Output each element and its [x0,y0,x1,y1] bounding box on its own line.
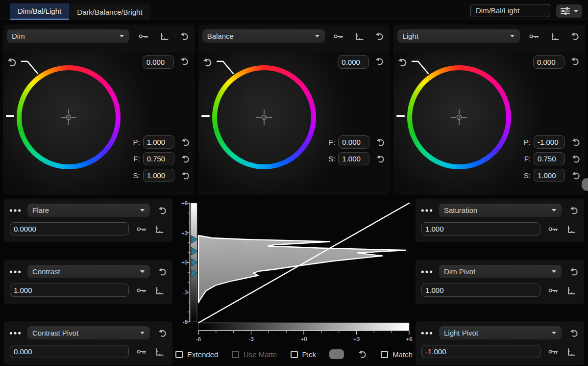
tab-dim-bal-light[interactable]: Dim/Bal/Light [10,3,69,20]
undo-icon[interactable] [181,171,191,181]
contrast-pivot-value-field[interactable]: 0.000 [10,345,129,358]
undo-icon[interactable] [158,267,168,277]
undo-icon[interactable] [358,349,368,359]
settings-dropdown-button[interactable] [556,4,582,18]
tab-dark-balance-bright[interactable]: Dark/Balance/Bright [69,3,150,20]
crosshair-icon[interactable] [450,108,468,126]
param-field[interactable]: 1.000 [338,152,369,165]
plot-footer: Extended Use Matte Pick Match [175,349,413,359]
curve-icon[interactable] [154,286,164,295]
dim-pivot-selector[interactable]: Dim Pivot [439,265,562,278]
key-icon[interactable] [334,31,343,41]
wheel-left-marker [396,115,405,117]
undo-icon[interactable] [569,267,579,277]
checkbox-match[interactable]: Match [381,350,413,359]
wheel-light-rotate-field[interactable]: 0.000 [533,55,564,69]
param-field[interactable]: 0.750 [534,152,565,165]
checkbox-box[interactable] [381,351,388,358]
dots-icon[interactable] [9,331,22,336]
curve-icon[interactable] [566,224,576,234]
dots-icon[interactable] [9,269,22,274]
key-icon[interactable] [548,347,558,357]
undo-icon[interactable] [158,206,168,215]
dots-icon[interactable] [9,208,22,213]
checkbox-extended[interactable]: Extended [175,350,218,359]
undo-icon[interactable] [7,57,18,68]
key-icon[interactable] [548,224,558,234]
wheel-balance-area[interactable]: 0.000 F: 0.000 S: 1.000 [198,52,390,195]
wheel-balance-rotate-field[interactable]: 0.000 [338,55,369,69]
crosshair-icon[interactable] [255,108,273,126]
flare-value-field[interactable]: 0.0000 [10,222,129,235]
key-icon[interactable] [137,286,147,295]
dots-icon[interactable] [420,331,433,336]
checkbox-box[interactable] [291,351,298,358]
param-field[interactable]: 1.000 [143,169,174,182]
wheel-dim-area[interactable]: 0.000 P: 1.000 F: 0.750 S: 1. [3,52,195,195]
scrollbar-thumb[interactable] [582,178,588,191]
tone-curve-plot[interactable]: +6 +3 +0 -3 -6 [174,199,414,346]
key-icon[interactable] [139,31,148,41]
checkbox-box[interactable] [175,351,183,358]
undo-icon[interactable] [181,154,191,164]
group-flare: Flare 0.0000 [4,199,172,242]
undo-icon[interactable] [569,206,579,215]
param-field[interactable]: 0.000 [338,135,369,149]
preset-select[interactable]: Dim/Bal/Light [470,4,550,17]
key-icon[interactable] [137,347,147,357]
undo-icon[interactable] [181,137,191,147]
param-field[interactable]: 1.000 [143,135,174,149]
undo-icon[interactable] [397,57,408,68]
key-icon[interactable] [548,286,558,295]
curve-icon[interactable] [550,31,560,41]
chevron-down-icon [140,331,145,335]
curve-icon[interactable] [159,31,169,41]
curve-icon[interactable] [354,31,364,41]
undo-icon[interactable] [376,137,386,147]
param-field[interactable]: 0.750 [143,152,174,165]
y-tick-label: -3 [183,289,188,295]
contrast-selector[interactable]: Contrast [27,265,150,278]
curve-icon[interactable] [154,224,164,234]
flare-selector[interactable]: Flare [27,204,150,217]
undo-icon[interactable] [376,154,386,164]
wheel-panel-light: Light 0.000 [393,25,585,195]
undo-icon[interactable] [375,31,385,41]
pick-color-swatch[interactable] [329,349,344,359]
saturation-value-field[interactable]: 1.000 [421,222,540,235]
contrast-value-field[interactable]: 1.000 [10,284,129,297]
curve-icon[interactable] [154,347,164,357]
key-icon[interactable] [529,31,539,41]
key-icon[interactable] [137,224,147,234]
undo-icon[interactable] [570,31,580,41]
dim-pivot-value-field[interactable]: 1.000 [421,284,540,297]
wheel-balance-selector[interactable]: Balance [202,29,325,43]
group-saturation: Saturation 1.000 [416,199,584,242]
light-pivot-selector[interactable]: Light Pivot [439,326,562,340]
contrast-pivot-selector[interactable]: Contrast Pivot [27,326,150,340]
undo-icon[interactable] [569,328,579,338]
curve-icon[interactable] [566,347,576,357]
param-field[interactable]: -1.000 [534,135,565,149]
undo-icon[interactable] [570,56,580,66]
undo-icon[interactable] [202,57,213,68]
dots-icon[interactable] [420,269,433,274]
undo-icon[interactable] [180,31,190,41]
undo-icon[interactable] [571,154,581,164]
wheel-dim-rotate-field[interactable]: 0.000 [143,55,174,69]
wheel-light-selector[interactable]: Light [397,29,520,43]
undo-icon[interactable] [158,328,168,338]
undo-icon[interactable] [571,171,581,181]
wheel-dim-selector[interactable]: Dim [7,29,129,43]
dots-icon[interactable] [420,208,433,213]
light-pivot-value-field[interactable]: -1.000 [421,345,540,358]
undo-icon[interactable] [180,56,190,66]
saturation-selector[interactable]: Saturation [439,204,562,217]
undo-icon[interactable] [375,56,385,66]
undo-icon[interactable] [571,137,581,147]
crosshair-icon[interactable] [60,108,77,126]
param-field[interactable]: 1.000 [534,169,565,182]
checkbox-pick[interactable]: Pick [291,350,316,359]
wheel-light-area[interactable]: 0.000 P: -1.000 F: 0.750 S: 1 [393,52,585,195]
curve-icon[interactable] [566,286,576,295]
